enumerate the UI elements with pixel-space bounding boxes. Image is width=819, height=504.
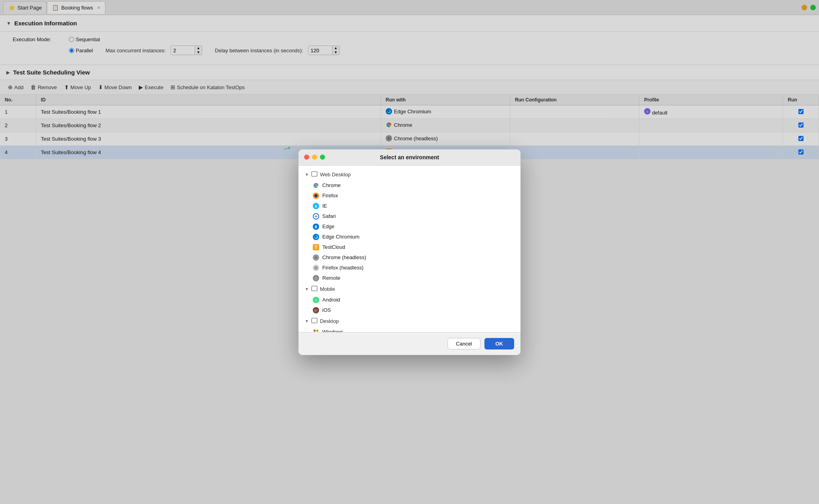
env-item-chrome-headless[interactable]: Chrome (headless): [299, 252, 520, 263]
firefox-icon: [313, 193, 319, 199]
group-toggle-desktop: ▼: [305, 319, 309, 323]
env-group-header-web-desktop[interactable]: ▼ Web Desktop: [299, 169, 520, 180]
remote-label: Remote: [322, 275, 341, 281]
svg-text:e: e: [315, 204, 317, 208]
env-item-remote[interactable]: ⬡ Remote: [299, 273, 520, 283]
group-label-desktop: Desktop: [320, 318, 339, 324]
env-item-ios[interactable]: 🍎 iOS: [299, 305, 520, 315]
firefox-headless-label: Firefox (headless): [322, 265, 364, 271]
ios-label: iOS: [322, 307, 331, 313]
group-icon-mobile: [311, 285, 318, 293]
dialog-traffic-lights: [304, 155, 325, 160]
env-group-header-desktop[interactable]: ▼ Desktop: [299, 315, 520, 327]
svg-point-24: [313, 234, 319, 240]
safari-icon: [313, 213, 319, 220]
svg-text:e: e: [315, 224, 318, 229]
firefox-headless-icon: [313, 265, 319, 271]
dialog-title: Select an environment: [380, 154, 439, 160]
env-item-windows[interactable]: Windows: [299, 327, 520, 332]
svg-rect-10: [312, 172, 317, 176]
safari-label: Safari: [322, 213, 336, 219]
svg-point-15: [314, 194, 318, 197]
edge-chromium-icon: [313, 234, 319, 240]
env-group-web-desktop: ▼ Web Desktop Chrome Firefox e IE Safari…: [299, 169, 520, 283]
cancel-button[interactable]: Cancel: [448, 338, 480, 349]
edge-icon: e: [313, 223, 319, 230]
windows-icon: [313, 329, 319, 332]
testcloud-icon: T: [313, 244, 319, 250]
svg-text:T: T: [315, 245, 317, 250]
env-group-header-mobile[interactable]: ▼ Mobile: [299, 283, 520, 295]
environment-dialog: Select an environment ▼ Web Desktop Chro…: [299, 149, 520, 355]
svg-rect-38: [312, 318, 317, 323]
env-group-desktop: ▼ Desktop Windows: [299, 315, 520, 332]
env-item-edge[interactable]: e Edge: [299, 221, 520, 232]
svg-point-28: [315, 256, 317, 259]
env-item-testcloud[interactable]: T TestCloud: [299, 242, 520, 252]
firefox-label: Firefox: [322, 193, 338, 199]
dialog-titlebar: Select an environment: [299, 149, 520, 166]
group-toggle-mobile: ▼: [305, 287, 309, 291]
edge-label: Edge: [322, 223, 334, 229]
svg-text:⬡: ⬡: [314, 277, 318, 281]
testcloud-label: TestCloud: [322, 244, 345, 250]
dialog-zoom-button[interactable]: [320, 155, 325, 160]
group-icon-web-desktop: [311, 171, 318, 178]
dialog-footer: Cancel OK: [299, 332, 520, 355]
chrome-headless-icon: [313, 254, 319, 261]
environment-list: ▼ Web Desktop Chrome Firefox e IE Safari…: [299, 166, 520, 332]
group-label-mobile: Mobile: [320, 286, 335, 292]
chrome-label: Chrome: [322, 182, 341, 188]
svg-text:A: A: [315, 298, 317, 302]
env-item-edge-chromium[interactable]: Edge Chromium: [299, 232, 520, 242]
ios-icon: 🍎: [313, 307, 319, 313]
svg-rect-33: [312, 286, 317, 291]
group-toggle-web-desktop: ▼: [305, 172, 309, 177]
chrome-headless-label: Chrome (headless): [322, 254, 366, 260]
group-icon-desktop: [311, 317, 318, 325]
android-label: Android: [322, 297, 340, 303]
env-item-chrome[interactable]: Chrome: [299, 180, 520, 191]
svg-point-30: [314, 266, 318, 269]
svg-rect-40: [316, 330, 318, 332]
env-item-safari[interactable]: Safari: [299, 211, 520, 221]
env-item-firefox-headless[interactable]: Firefox (headless): [299, 263, 520, 273]
remote-icon: ⬡: [313, 275, 319, 281]
env-item-android[interactable]: A Android: [299, 295, 520, 305]
group-label-web-desktop: Web Desktop: [320, 172, 351, 178]
windows-label: Windows: [322, 329, 343, 332]
svg-point-13: [315, 184, 317, 186]
environment-dialog-overlay: Select an environment ▼ Web Desktop Chro…: [0, 0, 819, 504]
dialog-close-button[interactable]: [304, 155, 309, 160]
chrome-icon: [313, 182, 319, 189]
env-item-firefox[interactable]: Firefox: [299, 191, 520, 201]
env-item-ie[interactable]: e IE: [299, 201, 520, 211]
android-icon: A: [313, 297, 319, 303]
ie-label: IE: [322, 203, 327, 209]
ie-icon: e: [313, 203, 319, 209]
ok-button[interactable]: OK: [484, 338, 515, 349]
svg-text:🍎: 🍎: [314, 308, 318, 312]
dialog-minimize-button[interactable]: [312, 155, 317, 160]
svg-rect-39: [314, 330, 316, 332]
edge-chromium-label: Edge Chromium: [322, 234, 360, 240]
env-group-mobile: ▼ Mobile A Android 🍎 iOS: [299, 283, 520, 315]
